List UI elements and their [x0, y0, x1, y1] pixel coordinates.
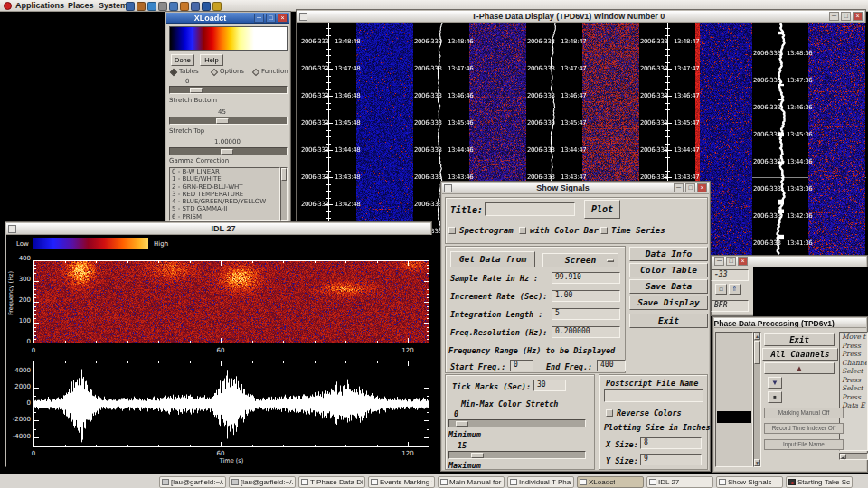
- done-button[interactable]: Done: [171, 54, 194, 66]
- param-input[interactable]: 5: [552, 308, 620, 320]
- end-freq-input[interactable]: 400: [597, 360, 626, 371]
- show-signals-titlebar[interactable]: Show Signals ─ □ ×: [442, 183, 709, 194]
- min-slider[interactable]: [448, 419, 586, 427]
- scroll-down-icon[interactable]: ▼: [754, 459, 760, 466]
- radio-options[interactable]: [211, 69, 218, 76]
- postscript-input[interactable]: [604, 389, 703, 402]
- exit-button[interactable]: Exit: [629, 314, 708, 328]
- marker-bfr-field[interactable]: BFR: [711, 300, 749, 312]
- stop-button[interactable]: ■: [768, 391, 782, 403]
- stretch-top-slider[interactable]: [169, 117, 288, 125]
- exit-button[interactable]: Exit: [764, 333, 835, 346]
- taskbar-button-events-marking-s[interactable]: Events Marking S...: [368, 476, 435, 488]
- tpdp-titlebar[interactable]: T-Phase Data Processing (TPD6v1): [714, 318, 866, 328]
- color-table-item-1[interactable]: 1 - BLUE/WHITE: [170, 175, 279, 183]
- get-data-from-button[interactable]: Get Data from: [450, 251, 535, 267]
- record-time-indexer-off-button[interactable]: Record Time Indexer Off: [764, 423, 844, 434]
- plot-button[interactable]: Plot: [584, 200, 620, 219]
- reverse-colors-checkbox[interactable]: [606, 409, 613, 417]
- spectrogram-strip-1[interactable]: [356, 23, 413, 255]
- minimize-button[interactable]: ─: [714, 257, 724, 266]
- color-table-item-2[interactable]: 2 - GRN-RED-BLU-WHT: [170, 183, 279, 191]
- title-input[interactable]: [485, 202, 575, 216]
- menu-system[interactable]: System: [99, 1, 127, 10]
- radio-function[interactable]: [252, 69, 259, 76]
- param-input[interactable]: 99.910: [552, 272, 620, 284]
- start-freq-input[interactable]: 0: [510, 360, 533, 371]
- marking-manual-off-button[interactable]: Marking Manual Off: [764, 408, 844, 418]
- scroll-thumb[interactable]: [754, 341, 760, 364]
- stretch-bottom-slider[interactable]: [169, 86, 288, 94]
- taskbar-button-individual-t-phas[interactable]: Individual T-Phas...: [507, 476, 574, 488]
- color-table-item-5[interactable]: 5 - STD GAMMA-II: [170, 205, 279, 212]
- color-table-button[interactable]: Color Table: [629, 263, 708, 277]
- marker-up-button[interactable]: ⇑: [729, 284, 741, 295]
- idl27-titlebar[interactable]: IDL 27: [6, 223, 430, 235]
- y-size-input[interactable]: 9: [640, 454, 702, 465]
- radio-tables[interactable]: [170, 69, 177, 76]
- slider-thumb[interactable]: [471, 453, 484, 458]
- taskbar-button-main-manual-for[interactable]: Main Manual for ...: [438, 476, 505, 488]
- tpdp-help-hscrollbar[interactable]: ◀: [839, 453, 868, 460]
- taskbar-button-t-phase-data-di[interactable]: T-Phase Data Di...: [298, 476, 365, 488]
- taskbar-button-xloadct[interactable]: XLoadct: [577, 476, 644, 488]
- scroll-thumb[interactable]: [281, 168, 287, 181]
- color-table-item-4[interactable]: 4 - BLUE/GREEN/RED/YELLOW: [170, 198, 279, 205]
- color-table-list[interactable]: 0 - B-W LINEAR1 - BLUE/WHITE2 - GRN-RED-…: [169, 167, 280, 221]
- param-input[interactable]: 0.200000: [552, 326, 620, 338]
- email-icon[interactable]: [147, 2, 156, 11]
- save-display-button[interactable]: Save Display: [629, 296, 708, 310]
- tpdp-list-scrollbar[interactable]: ▲ ▼: [753, 332, 761, 467]
- all-channels-button[interactable]: All Channels: [762, 348, 838, 361]
- color-table-item-3[interactable]: 3 - RED TEMPERATURE: [170, 191, 279, 198]
- param-input[interactable]: 1.00: [552, 290, 620, 302]
- maximize-button[interactable]: □: [726, 257, 736, 266]
- slider-thumb[interactable]: [216, 118, 229, 124]
- tpd-display-titlebar[interactable]: T-Phase Data Display (TPD6v1) Window Num…: [297, 11, 864, 23]
- close-icon[interactable]: ×: [697, 183, 707, 192]
- xloadct-titlebar[interactable]: XLoadct ─ □ ×: [166, 13, 289, 24]
- browser-icon[interactable]: [137, 2, 146, 11]
- scroll-up-icon[interactable]: ▲: [754, 333, 760, 340]
- terminal-icon[interactable]: [126, 2, 135, 11]
- marker-titlebar[interactable]: ─ □ ×: [712, 257, 866, 267]
- checkbox-spectrogram[interactable]: [448, 227, 456, 234]
- gamma-slider[interactable]: [169, 147, 288, 155]
- help-icon[interactable]: [191, 2, 200, 11]
- taskbar-button-lau-garfield[interactable]: [lau@garfield:~/...: [229, 476, 296, 488]
- lock-icon[interactable]: [212, 2, 222, 11]
- window-menu-icon[interactable]: [8, 225, 16, 233]
- minimize-button[interactable]: ─: [674, 183, 684, 192]
- taskbar-button-show-signals[interactable]: Show Signals: [716, 476, 783, 488]
- taskbar-button-starting-take-scr[interactable]: Starting Take Scr...: [786, 476, 853, 488]
- data-info-button[interactable]: Data Info: [629, 247, 708, 261]
- scroll-left-icon[interactable]: ◀: [840, 454, 846, 459]
- taskbar-button-idl-27[interactable]: IDL 27: [646, 476, 713, 488]
- window-menu-icon[interactable]: [444, 184, 452, 192]
- page-up-button[interactable]: ▲: [764, 362, 835, 374]
- checkbox-time-series[interactable]: [600, 227, 608, 234]
- tpdp-file-list[interactable]: [715, 332, 753, 467]
- data-source-dropdown[interactable]: Screen: [542, 253, 618, 267]
- slider-thumb[interactable]: [221, 149, 233, 155]
- help-button[interactable]: Help: [200, 54, 223, 66]
- menu-applications[interactable]: Applications: [15, 1, 64, 10]
- taskbar-button-lau-garfield[interactable]: [lau@garfield:~/...: [159, 476, 226, 488]
- max-slider[interactable]: [448, 451, 586, 459]
- save-data-button[interactable]: Save Data: [629, 279, 708, 294]
- close-icon[interactable]: ×: [853, 12, 863, 21]
- color-table-item-0[interactable]: 0 - B-W LINEAR: [170, 168, 279, 175]
- close-icon[interactable]: ×: [738, 257, 748, 266]
- marker-stop-button[interactable]: □: [715, 284, 727, 295]
- package-icon[interactable]: [180, 2, 189, 11]
- globe-icon[interactable]: [202, 2, 211, 11]
- minimize-button[interactable]: ─: [829, 12, 839, 21]
- spectrogram-strip-5[interactable]: [808, 23, 865, 255]
- slider-thumb[interactable]: [190, 88, 203, 93]
- maximize-button[interactable]: □: [841, 12, 851, 21]
- slider-thumb[interactable]: [456, 421, 468, 427]
- maximize-button[interactable]: □: [685, 183, 695, 192]
- checkbox-with-color-bar[interactable]: [519, 227, 526, 234]
- screenshot-icon[interactable]: [169, 2, 178, 11]
- input-file-name-button[interactable]: Input File Name: [764, 439, 844, 450]
